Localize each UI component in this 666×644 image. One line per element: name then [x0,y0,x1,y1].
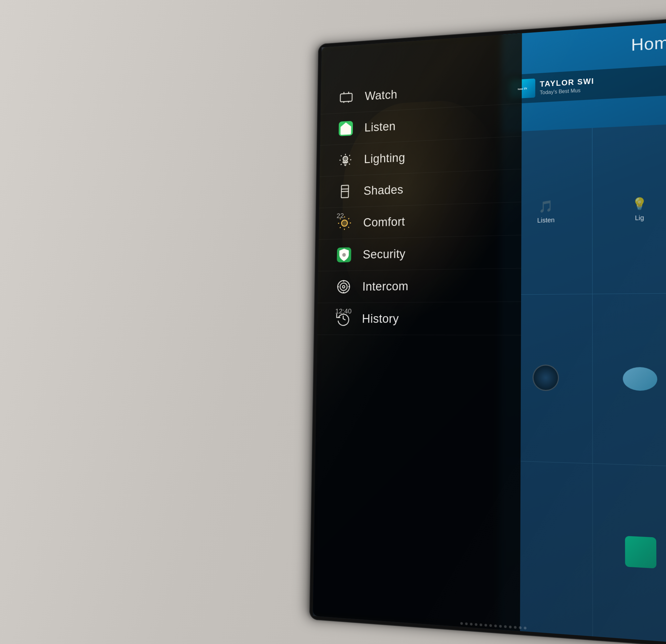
speaker-dot [485,624,487,627]
grid-lighting-icon: 💡 [632,197,647,211]
security-icon [336,246,352,263]
history-label: History [362,312,399,325]
speaker-dot [489,624,492,627]
speaker-dot [460,622,463,625]
menu-item-security[interactable]: Security [318,235,521,271]
grid-listen-label: Listen [537,216,555,224]
comfort-label: Comfort [363,215,405,230]
speaker-dot [480,623,482,626]
speaker-dot [470,623,473,626]
intercom-label: Intercom [362,279,408,293]
svg-line-21 [348,218,349,219]
home-title: Home [631,32,666,55]
svg-point-24 [340,283,347,290]
speaker-dot [499,625,502,628]
watch-icon [338,89,354,106]
grid-cell-4[interactable] [592,293,666,467]
speaker-dot [504,625,507,628]
speaker-dot [465,622,468,625]
listen-icon [338,120,354,137]
svg-line-17 [348,227,349,228]
security-label: Security [363,247,405,261]
intercom-icon [335,278,352,295]
right-panel: Home tune IN TAYLOR SWI Today's Best Mus [499,22,666,643]
svg-line-11 [341,189,349,189]
lighting-label: Lighting [364,151,405,166]
svg-point-13 [341,220,348,226]
svg-point-9 [343,156,348,162]
grid-cell-lighting[interactable]: 💡 Lig [592,124,666,294]
menu-item-history[interactable]: 12:40 History [317,302,521,335]
speaker-dot [475,623,477,626]
svg-rect-4 [340,93,352,102]
comfort-badge: 22 [337,211,344,220]
svg-line-12 [341,191,348,191]
history-badge: 12:40 [335,307,352,315]
music-card[interactable]: tune IN TAYLOR SWI Today's Best Mus [505,64,666,104]
speaker-dot [514,626,516,629]
shades-label: Shades [364,183,403,198]
speaker-dot [519,626,521,629]
menu-item-comfort[interactable]: 22 Comf [319,202,521,240]
music-info: TAYLOR SWI Today's Best Mus [540,71,666,96]
shades-icon [337,183,353,200]
left-menu-panel: Watch Listen [313,33,522,631]
grid-cell-6[interactable] [593,464,666,644]
speaker-dot [524,627,526,629]
tablet-device: Home tune IN TAYLOR SWI Today's Best Mus [309,17,666,644]
watch-label: Watch [365,88,398,103]
screen: Home tune IN TAYLOR SWI Today's Best Mus [313,22,666,643]
lighting-icon [337,151,353,169]
svg-point-25 [343,285,345,288]
menu-list: Watch Listen [317,71,522,336]
speaker-dot [494,625,497,627]
right-grid: 🎵 Listen 💡 Lig [499,124,666,644]
grid-lighting-label: Lig [635,214,644,222]
menu-item-intercom[interactable]: Intercom [318,269,521,303]
music-thumb-label: tune IN [518,87,527,90]
grid-listen-icon: 🎵 [539,199,553,213]
svg-point-23 [338,281,350,293]
listen-label: Listen [364,119,396,134]
svg-line-20 [340,227,341,228]
speaker-dot [509,626,512,628]
